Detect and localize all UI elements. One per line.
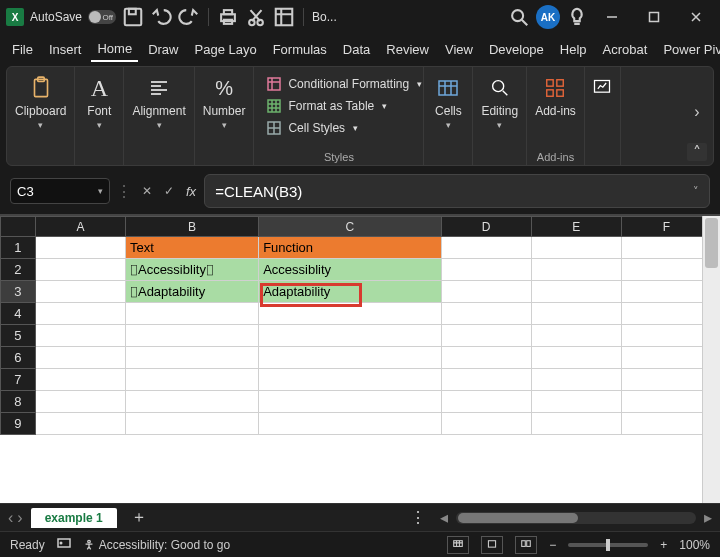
spreadsheet-grid[interactable]: A B C D E F 1TextFunction2⌷Accessiblity⌷… bbox=[0, 214, 720, 503]
formula-cancel-button[interactable]: ✕ bbox=[138, 180, 156, 202]
sheet-prev-icon[interactable]: ‹ bbox=[8, 509, 13, 527]
sheet-tab-active[interactable]: example 1 bbox=[31, 508, 117, 528]
cell[interactable] bbox=[531, 369, 621, 391]
tab-pagelayout[interactable]: Page Layo bbox=[189, 38, 263, 61]
cell[interactable] bbox=[125, 369, 258, 391]
col-header[interactable]: C bbox=[259, 217, 441, 237]
formula-expand-button[interactable]: ˅ bbox=[693, 185, 699, 198]
format-as-table-button[interactable]: Format as Table▾ bbox=[264, 95, 389, 117]
ribbon-more-button[interactable]: › bbox=[687, 97, 707, 127]
lightbulb-icon[interactable] bbox=[566, 6, 588, 28]
tab-powerpivot[interactable]: Power Piv bbox=[657, 38, 720, 61]
sheet-nav[interactable]: ‹ › bbox=[8, 509, 23, 527]
col-header[interactable]: D bbox=[441, 217, 531, 237]
toggle-switch[interactable]: Off bbox=[88, 10, 116, 24]
cell[interactable] bbox=[259, 347, 441, 369]
pagelayout-view-button[interactable] bbox=[481, 536, 503, 554]
cell[interactable] bbox=[531, 413, 621, 435]
tab-developer[interactable]: Develope bbox=[483, 38, 550, 61]
cell[interactable]: Text bbox=[125, 237, 258, 259]
col-header[interactable]: B bbox=[125, 217, 258, 237]
cell[interactable] bbox=[125, 391, 258, 413]
cell[interactable] bbox=[125, 347, 258, 369]
cell[interactable] bbox=[35, 237, 125, 259]
horizontal-scrollbar[interactable] bbox=[456, 512, 696, 524]
ribbon-clipboard[interactable]: Clipboard ▾ bbox=[7, 67, 75, 165]
cell[interactable] bbox=[125, 325, 258, 347]
cell[interactable] bbox=[621, 391, 711, 413]
cut-icon[interactable] bbox=[245, 6, 267, 28]
redo-icon[interactable] bbox=[178, 6, 200, 28]
formula-input[interactable]: =CLEAN(B3) ˅ bbox=[204, 174, 710, 208]
row-header[interactable]: 9 bbox=[1, 413, 36, 435]
cell[interactable] bbox=[621, 413, 711, 435]
save-icon[interactable] bbox=[122, 6, 144, 28]
tab-acrobat[interactable]: Acrobat bbox=[597, 38, 654, 61]
col-header[interactable]: F bbox=[621, 217, 711, 237]
cell[interactable] bbox=[621, 281, 711, 303]
col-header[interactable]: E bbox=[531, 217, 621, 237]
zoom-in-button[interactable]: + bbox=[660, 538, 667, 552]
cell[interactable] bbox=[621, 259, 711, 281]
ribbon-editing[interactable]: Editing ▾ bbox=[473, 67, 527, 165]
tab-insert[interactable]: Insert bbox=[43, 38, 88, 61]
cell[interactable] bbox=[531, 391, 621, 413]
cell[interactable] bbox=[621, 325, 711, 347]
tab-help[interactable]: Help bbox=[554, 38, 593, 61]
ribbon-cells[interactable]: Cells ▾ bbox=[424, 67, 473, 165]
normal-view-button[interactable] bbox=[447, 536, 469, 554]
cell[interactable] bbox=[259, 369, 441, 391]
pivot-icon[interactable] bbox=[273, 6, 295, 28]
row-header[interactable]: 4 bbox=[1, 303, 36, 325]
row-header[interactable]: 3 bbox=[1, 281, 36, 303]
close-button[interactable] bbox=[678, 3, 714, 31]
ribbon-overflow[interactable] bbox=[585, 67, 621, 165]
zoom-slider[interactable] bbox=[568, 543, 648, 547]
cell[interactable]: ⌷Accessiblity⌷ bbox=[125, 259, 258, 281]
cell[interactable] bbox=[531, 259, 621, 281]
tab-draw[interactable]: Draw bbox=[142, 38, 184, 61]
minimize-button[interactable] bbox=[594, 3, 630, 31]
row-header[interactable]: 1 bbox=[1, 237, 36, 259]
cell[interactable] bbox=[441, 413, 531, 435]
formula-enter-button[interactable]: ✓ bbox=[160, 180, 178, 202]
cell[interactable] bbox=[441, 347, 531, 369]
cell[interactable] bbox=[441, 237, 531, 259]
tab-formulas[interactable]: Formulas bbox=[267, 38, 333, 61]
cell[interactable] bbox=[621, 237, 711, 259]
cell[interactable] bbox=[621, 303, 711, 325]
cell[interactable]: ⌷Adaptability bbox=[125, 281, 258, 303]
sheet-next-icon[interactable]: › bbox=[17, 509, 22, 527]
cell[interactable] bbox=[35, 347, 125, 369]
tab-view[interactable]: View bbox=[439, 38, 479, 61]
print-icon[interactable] bbox=[217, 6, 239, 28]
cell[interactable] bbox=[259, 391, 441, 413]
zoom-out-button[interactable]: − bbox=[549, 538, 556, 552]
cell[interactable] bbox=[531, 237, 621, 259]
macro-record-icon[interactable] bbox=[57, 536, 71, 553]
scroll-right-icon[interactable]: ▸ bbox=[704, 508, 712, 527]
tab-data[interactable]: Data bbox=[337, 38, 376, 61]
cell[interactable] bbox=[531, 303, 621, 325]
ribbon-number[interactable]: % Number ▾ bbox=[195, 67, 255, 165]
cell[interactable] bbox=[441, 281, 531, 303]
undo-icon[interactable] bbox=[150, 6, 172, 28]
cell[interactable] bbox=[441, 259, 531, 281]
cell[interactable] bbox=[35, 281, 125, 303]
cell[interactable] bbox=[35, 413, 125, 435]
cell[interactable] bbox=[621, 369, 711, 391]
user-avatar[interactable]: AK bbox=[536, 5, 560, 29]
row-header[interactable]: 6 bbox=[1, 347, 36, 369]
fx-icon[interactable]: fx bbox=[182, 184, 200, 199]
cell[interactable] bbox=[441, 303, 531, 325]
cell[interactable] bbox=[35, 303, 125, 325]
pagebreak-view-button[interactable] bbox=[515, 536, 537, 554]
conditional-formatting-button[interactable]: Conditional Formatting▾ bbox=[264, 73, 424, 95]
ribbon-font[interactable]: A Font ▾ bbox=[75, 67, 124, 165]
ribbon-alignment[interactable]: Alignment ▾ bbox=[124, 67, 194, 165]
cell[interactable] bbox=[441, 391, 531, 413]
sheet-options-icon[interactable]: ⋮ bbox=[404, 508, 432, 527]
tab-file[interactable]: File bbox=[6, 38, 39, 61]
cell[interactable] bbox=[441, 369, 531, 391]
scroll-left-icon[interactable]: ◂ bbox=[440, 508, 448, 527]
